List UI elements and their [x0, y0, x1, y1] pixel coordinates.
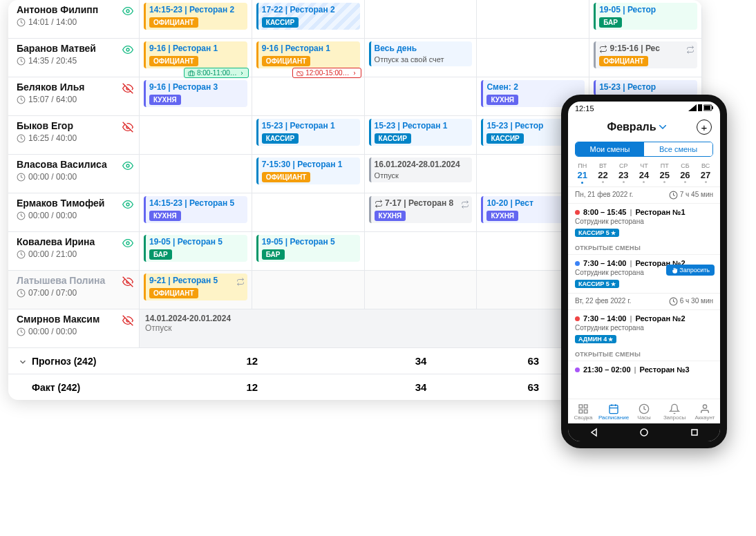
employee-cell[interactable]: Власова Василиса 00:00 / 00:00: [8, 155, 140, 193]
schedule-cell[interactable]: [140, 116, 252, 155]
fact-label[interactable]: Факт (242): [8, 374, 140, 400]
shift-block[interactable]: 14:15-23 | Ресторан 5КУХНЯ: [144, 196, 247, 223]
back-button[interactable]: [589, 428, 598, 437]
day-label: ЧТ: [639, 162, 649, 169]
schedule-cell[interactable]: 9-16 | Ресторан 1ОФИЦИАНТ12:00-15:00…: [252, 39, 365, 77]
shift-block[interactable]: 19-05 | Ресторан 5БАР: [144, 235, 247, 262]
eye-off-icon[interactable]: [122, 120, 133, 133]
schedule-cell[interactable]: [477, 0, 589, 39]
nav-bell[interactable]: Запросы: [659, 399, 690, 423]
schedule-cell[interactable]: 7-17 | Ресторан 8КУХНЯ: [365, 193, 478, 232]
employee-cell[interactable]: Смирнов Максим 00:00 / 00:00: [8, 309, 140, 348]
eye-icon[interactable]: [122, 198, 133, 210]
day-column[interactable]: СБ26: [680, 162, 690, 184]
shift-block[interactable]: 9-16 | Ресторан 1ОФИЦИАНТ: [256, 41, 360, 68]
schedule-cell[interactable]: 9-21 | Ресторан 5ОФИЦИАНТ: [140, 271, 252, 309]
open-shift-item[interactable]: 21:30 – 02:00|Ресторан №3: [568, 361, 720, 378]
shift-block[interactable]: 9-16 | Ресторан 3КУХНЯ: [144, 80, 247, 107]
nav-calendar[interactable]: Расписание: [598, 399, 629, 423]
shift-time-location: 9-21 | Ресторан 5: [149, 276, 244, 287]
shift-block[interactable]: 19-05 | Ресторан 5БАР: [256, 235, 360, 262]
nav-user[interactable]: Аккаунт: [690, 399, 720, 423]
day-number: 27: [701, 170, 710, 180]
shift-block[interactable]: 15-23 | Рестор: [594, 80, 697, 95]
nav-clock[interactable]: Часы: [629, 399, 659, 423]
eye-off-icon[interactable]: [122, 275, 133, 287]
schedule-cell[interactable]: 19-05 | Ресторан 5БАР: [252, 232, 365, 271]
schedule-cell[interactable]: [365, 0, 478, 39]
eye-icon[interactable]: [122, 43, 133, 55]
employee-cell[interactable]: Антонов Филипп 14:01 / 14:00: [8, 0, 140, 39]
eye-off-icon[interactable]: [122, 82, 133, 94]
tab-my-shifts[interactable]: Мои смены: [576, 142, 644, 156]
eye-off-icon[interactable]: [122, 314, 133, 326]
schedule-cell[interactable]: [140, 155, 252, 193]
schedule-cell[interactable]: [252, 77, 365, 116]
sub-shift-pill[interactable]: 8:00-11:00…: [184, 68, 249, 78]
employee-cell[interactable]: Ермаков Тимофей 00:00 / 00:00: [8, 193, 140, 232]
day-label: ПТ: [659, 162, 669, 169]
schedule-cell[interactable]: 17-22 | Ресторан 2КАССИР: [252, 0, 365, 39]
shift-item[interactable]: 7:30 – 14:00|Ресторан №2 Сотрудник ресто…: [568, 309, 720, 348]
shift-list[interactable]: Пн, 21 фев 2022 г. 7 ч 45 мин 8:00 – 15:…: [568, 186, 720, 399]
shift-block[interactable]: 17-22 | Ресторан 2КАССИР: [256, 3, 360, 30]
employee-cell[interactable]: Латышева Полина 07:00 / 07:00: [8, 271, 140, 309]
shift-block[interactable]: 15-23 | Ресторан 1КАССИР: [369, 119, 473, 146]
schedule-cell[interactable]: [252, 271, 365, 309]
shift-block[interactable]: 14:15-23 | Ресторан 2ОФИЦИАНТ: [144, 3, 247, 30]
schedule-cell[interactable]: 9-16 | Ресторан 1ОФИЦИАНТ8:00-11:00…: [140, 39, 252, 77]
schedule-cell[interactable]: [365, 77, 478, 116]
eye-icon[interactable]: [122, 236, 133, 249]
schedule-cell[interactable]: 14:15-23 | Ресторан 5КУХНЯ: [140, 193, 252, 232]
day-column[interactable]: ПН21: [578, 162, 587, 184]
recent-button[interactable]: [690, 428, 699, 437]
day-column[interactable]: ВС27: [701, 162, 710, 184]
schedule-cell[interactable]: Весь деньОтпуск за свой счет: [365, 39, 478, 77]
day-column[interactable]: СР23: [618, 162, 628, 184]
employee-cell[interactable]: Ковалева Ирина 00:00 / 21:00: [8, 232, 140, 271]
day-column[interactable]: ПТ25: [659, 162, 669, 184]
shift-block[interactable]: 19-05 | РесторБАР: [594, 3, 697, 30]
sub-shift-pill[interactable]: 12:00-15:00…: [292, 68, 361, 78]
schedule-cell[interactable]: 19-05 | Ресторан 5БАР: [140, 232, 252, 271]
open-shift-item[interactable]: 7:30 – 14:00|Ресторан №2Сотрудник рестор…: [568, 254, 720, 293]
employee-cell[interactable]: Беляков Илья 15:07 / 64:00: [8, 77, 140, 116]
request-button[interactable]: Запросить: [666, 265, 715, 276]
shift-block[interactable]: 7-15:30 | Ресторан 1ОФИЦИАНТ: [256, 157, 360, 184]
day-column[interactable]: ЧТ24: [639, 162, 649, 184]
day-number: 23: [618, 170, 628, 180]
schedule-cell[interactable]: 14:15-23 | Ресторан 2ОФИЦИАНТ: [140, 0, 252, 39]
eye-icon[interactable]: [122, 159, 133, 171]
schedule-cell[interactable]: 19-05 | РесторБАР: [589, 0, 702, 39]
schedule-cell[interactable]: 15-23 | Ресторан 1КАССИР: [365, 116, 478, 155]
day-label: ПН: [578, 162, 587, 169]
schedule-cell[interactable]: [477, 39, 589, 77]
schedule-cell[interactable]: [365, 271, 478, 309]
month-selector[interactable]: Февраль: [607, 121, 665, 133]
shift-block[interactable]: 9-16 | Ресторан 1ОФИЦИАНТ: [144, 41, 247, 68]
shift-block[interactable]: 16.01.2024-28.01.2024Отпуск: [369, 157, 473, 182]
forecast-label[interactable]: Прогноз (242): [8, 348, 140, 374]
shift-block[interactable]: 9:15-16 | РесОФИЦИАНТ: [594, 41, 697, 68]
shift-block[interactable]: Весь деньОтпуск за свой счет: [369, 41, 473, 66]
schedule-cell[interactable]: [365, 232, 478, 271]
schedule-cell[interactable]: 15-23 | Ресторан 1КАССИР: [252, 116, 365, 155]
schedule-cell[interactable]: 16.01.2024-28.01.2024Отпуск: [365, 155, 478, 193]
tab-all-shifts[interactable]: Все смены: [644, 142, 712, 156]
schedule-cell[interactable]: 7-15:30 | Ресторан 1ОФИЦИАНТ: [252, 155, 365, 193]
employee-cell[interactable]: Быков Егор 16:25 / 40:00: [8, 116, 140, 155]
shift-item[interactable]: 8:00 – 15:45|Ресторан №1 Сотрудник ресто…: [568, 203, 720, 242]
open-shifts-label: ОТКРЫТЫЕ СМЕНЫ: [568, 348, 720, 361]
nav-grid[interactable]: Сводка: [568, 399, 598, 423]
eye-icon[interactable]: [122, 4, 133, 17]
home-button[interactable]: [639, 428, 649, 437]
employee-cell[interactable]: Баранов Матвей 14:35 / 20:45: [8, 39, 140, 77]
add-button[interactable]: +: [697, 119, 712, 135]
day-column[interactable]: ВТ22: [598, 162, 607, 184]
schedule-cell[interactable]: [252, 193, 365, 232]
shift-block[interactable]: 7-17 | Ресторан 8КУХНЯ: [369, 196, 473, 223]
shift-block[interactable]: 15-23 | Ресторан 1КАССИР: [256, 119, 360, 146]
schedule-cell[interactable]: 9-16 | Ресторан 3КУХНЯ: [140, 77, 252, 116]
shift-block[interactable]: 9-21 | Ресторан 5ОФИЦИАНТ: [144, 274, 247, 300]
schedule-cell[interactable]: 9:15-16 | РесОФИЦИАНТ: [589, 39, 702, 77]
